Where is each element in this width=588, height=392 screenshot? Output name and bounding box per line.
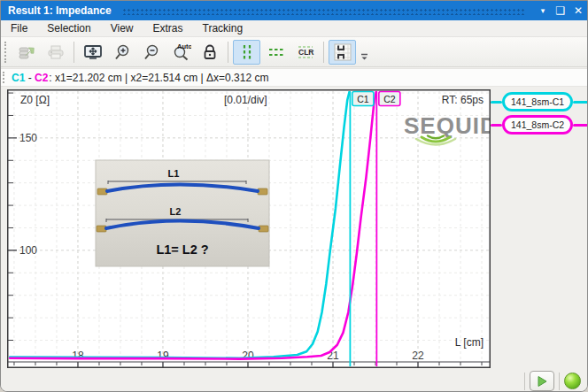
cursor-info-bar: C1 - C2 : x1=21.202 cm | x2=21.514 cm | … — [1, 68, 587, 87]
status-led-green-icon[interactable] — [564, 373, 581, 389]
x-tick-label: 19 — [157, 350, 169, 362]
legend-label[interactable]: 141_8sm-C1 — [502, 92, 573, 111]
logo-text: SEQUID — [404, 112, 491, 139]
svg-text:CLR: CLR — [298, 48, 313, 57]
auto-zoom-icon: Auto — [170, 42, 191, 62]
sequid-logo: SEQUID — [404, 112, 491, 145]
menu-selection[interactable]: Selection — [37, 20, 100, 37]
printer-icon — [47, 43, 65, 61]
horizontal-cursors-icon — [267, 43, 285, 61]
export-data-button[interactable] — [12, 40, 40, 65]
fit-view-button[interactable] — [79, 40, 106, 65]
toolbar: Auto CLR — [1, 37, 587, 67]
horizontal-cursors-button[interactable] — [262, 40, 290, 65]
app-window: Result 1: Impedance ▾ ❑ ✕ File Selection… — [0, 0, 588, 392]
lock-icon — [201, 43, 219, 61]
toolbar-grip[interactable] — [4, 42, 8, 63]
window-title: Result 1: Impedance — [1, 4, 112, 17]
menu-bar: File Selection View Extras Tracking — [1, 20, 587, 37]
step-display-icon — [333, 42, 352, 62]
auto-zoom-button[interactable]: Auto — [166, 40, 194, 65]
clear-cursors-icon: CLR — [296, 43, 315, 61]
zoom-out-icon — [143, 43, 160, 61]
cursor-readout: : x1=21.202 cm | x2=21.514 cm | Δx=0.312… — [49, 72, 268, 84]
legend-line — [573, 101, 588, 104]
print-button[interactable] — [42, 40, 69, 65]
vertical-cursors-icon — [238, 43, 256, 61]
legend-line — [491, 101, 502, 104]
y-tick-label: 150 — [19, 132, 37, 144]
menu-view[interactable]: View — [101, 20, 143, 37]
risetime-label: RT: 65ps — [442, 94, 484, 106]
play-icon — [536, 375, 548, 388]
statusbar-separator — [524, 373, 525, 390]
step-display-button[interactable] — [329, 40, 356, 65]
y-axis-title: Z0 [Ω] — [20, 94, 50, 106]
clear-cursors-button[interactable]: CLR — [291, 40, 319, 65]
per-div-label: [0.01/div] — [224, 94, 267, 106]
info-separator: - — [25, 72, 35, 84]
vertical-cursors-button[interactable] — [233, 40, 260, 65]
x-tick-label: 18 — [72, 350, 84, 362]
zoom-in-button[interactable] — [108, 40, 135, 65]
maximize-icon[interactable]: ❑ — [552, 1, 569, 20]
menu-extras[interactable]: Extras — [143, 20, 193, 37]
overflow-chevron-icon — [360, 53, 368, 61]
play-button[interactable] — [530, 371, 554, 391]
cursor-flag-label: C1 — [357, 94, 369, 104]
impedance-chart[interactable]: L1 L2 L1= L2 ? SEQUID Z0 [Ω] — [7, 89, 491, 368]
infobar-grip[interactable] — [3, 72, 6, 83]
x-tick-label: 22 — [412, 350, 424, 362]
x-tick-label: 20 — [242, 350, 254, 362]
menu-tracking[interactable]: Tracking — [193, 20, 253, 37]
export-data-icon — [18, 43, 35, 61]
legend-label[interactable]: 141_8sm-C2 — [502, 115, 573, 135]
toolbar-separator — [228, 42, 228, 63]
toolbar-overflow-button[interactable] — [359, 40, 369, 65]
cable-photo-inset: L1 L2 L1= L2 ? — [96, 160, 269, 266]
lock-axes-button[interactable] — [196, 40, 223, 65]
status-bar — [1, 369, 587, 392]
info-c1-label: C1 — [12, 72, 25, 84]
svg-text:Auto: Auto — [177, 42, 191, 50]
zoom-in-icon — [113, 43, 131, 61]
legend-panel: 141_8sm-C1141_8sm-C2 — [491, 89, 588, 368]
inset-l1-label: L1 — [168, 168, 180, 179]
inset-caption: L1= L2 ? — [156, 242, 208, 257]
legend-line — [491, 124, 502, 127]
legend-line — [573, 124, 588, 127]
titlebar-drag-texture[interactable] — [122, 7, 525, 15]
fit-view-icon — [83, 43, 103, 61]
legend-item-141_8sm-C1[interactable]: 141_8sm-C1 — [491, 91, 588, 112]
toolbar-separator — [323, 42, 324, 63]
menu-file[interactable]: File — [1, 20, 37, 37]
zoom-out-button[interactable] — [137, 40, 165, 65]
dock-menu-icon[interactable]: ▾ — [534, 1, 552, 20]
y-tick-label: 100 — [19, 244, 37, 257]
inset-l2-label: L2 — [170, 206, 182, 217]
toolbar-separator — [74, 42, 74, 63]
statusbar-separator — [559, 373, 560, 390]
legend-item-141_8sm-C2[interactable]: 141_8sm-C2 — [491, 114, 588, 135]
title-bar[interactable]: Result 1: Impedance ▾ ❑ ✕ — [1, 1, 587, 20]
info-c2-label: C2 — [35, 72, 48, 84]
x-axis-title: L [cm] — [455, 336, 484, 349]
cursor-flag-label: C2 — [383, 94, 396, 104]
close-icon[interactable]: ✕ — [569, 1, 587, 20]
